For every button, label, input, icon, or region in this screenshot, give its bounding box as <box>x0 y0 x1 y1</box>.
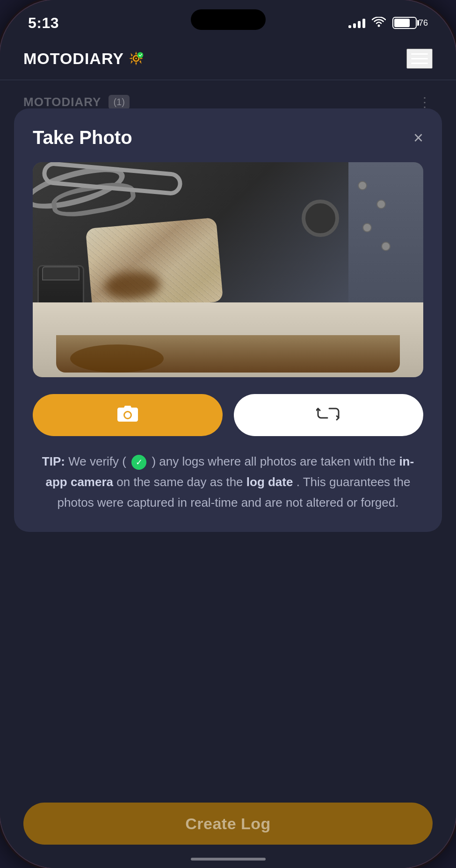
engine-bolt-2 <box>376 200 386 209</box>
engine-bolt-4 <box>381 242 391 251</box>
svg-point-6 <box>125 412 130 418</box>
tip-text-block: TIP: We verify ( ✓ ) any logs where all … <box>33 451 423 513</box>
tip-text-part2: ) any logs where all photos are taken wi… <box>152 454 399 468</box>
phone-inner: 5:13 <box>0 0 456 868</box>
background-logo: MOTODIARY <box>23 95 101 109</box>
svg-point-3 <box>135 57 137 59</box>
modal-close-button[interactable]: × <box>413 129 423 146</box>
verify-check-mark: ✓ <box>136 455 143 470</box>
tip-bold-date: log date <box>246 475 293 489</box>
wifi-icon <box>372 16 386 30</box>
background-badge: (1) <box>109 95 129 109</box>
camera-icon <box>116 403 139 427</box>
engine-right-panel <box>348 162 423 302</box>
take-photo-modal: Take Photo × <box>14 108 442 532</box>
modal-header: Take Photo × <box>33 127 423 148</box>
oil-pan <box>33 302 423 377</box>
signal-bar-1 <box>348 25 351 28</box>
battery-fill <box>394 19 410 27</box>
signal-bars-icon <box>348 18 365 28</box>
engine-bolt-3 <box>362 223 372 232</box>
logo-text: MOTODIARY <box>23 50 124 68</box>
action-buttons-row <box>33 394 423 436</box>
svg-point-0 <box>377 24 380 27</box>
gear-icon <box>128 50 145 67</box>
app-logo: MOTODIARY <box>23 50 145 68</box>
foil-oil-stain <box>103 269 162 302</box>
create-log-button-area: Create Log <box>0 789 456 868</box>
modal-title: Take Photo <box>33 127 132 148</box>
switch-icon <box>316 404 340 426</box>
hamburger-line-2 <box>411 58 428 59</box>
main-content: MOTODIARY (1) ⋮ Add New Log × Date Take … <box>0 80 456 868</box>
battery-container: 76 <box>392 17 428 29</box>
home-indicator <box>191 858 266 861</box>
background-header-row: MOTODIARY (1) ⋮ <box>23 94 433 110</box>
tip-label: TIP: <box>42 454 65 468</box>
signal-bar-4 <box>362 19 365 28</box>
photo-canvas <box>33 162 423 377</box>
engine-bolt-1 <box>358 181 367 190</box>
svg-point-4 <box>138 52 144 58</box>
battery-icon <box>392 17 417 29</box>
photo-container <box>33 162 423 377</box>
oil-pool <box>56 335 400 373</box>
hamburger-menu-button[interactable] <box>406 49 433 69</box>
background-dots: ⋮ <box>418 94 433 110</box>
phone-frame: 5:13 <box>0 0 456 868</box>
status-time: 5:13 <box>28 14 59 32</box>
hamburger-line-1 <box>411 53 428 55</box>
foil-element <box>86 217 224 313</box>
app-header: MOTODIARY <box>0 37 456 79</box>
verify-badge-icon: ✓ <box>131 455 146 470</box>
tip-text-part3: on the same day as the <box>116 475 246 489</box>
tip-text-part1: We verify ( <box>68 454 126 468</box>
create-log-button[interactable]: Create Log <box>23 803 433 845</box>
status-icons: 76 <box>348 16 428 30</box>
photo-background <box>33 162 423 377</box>
hamburger-line-3 <box>411 63 428 64</box>
oil-drain-hole <box>302 200 339 237</box>
signal-bar-3 <box>358 21 361 28</box>
oil-pool-stain <box>70 344 164 373</box>
dynamic-island <box>191 9 266 30</box>
signal-bar-2 <box>353 23 356 28</box>
battery-percentage: 76 <box>419 18 428 28</box>
gallery-button[interactable] <box>234 394 424 436</box>
take-photo-button[interactable] <box>33 394 223 436</box>
oil-filter-top <box>42 266 80 280</box>
